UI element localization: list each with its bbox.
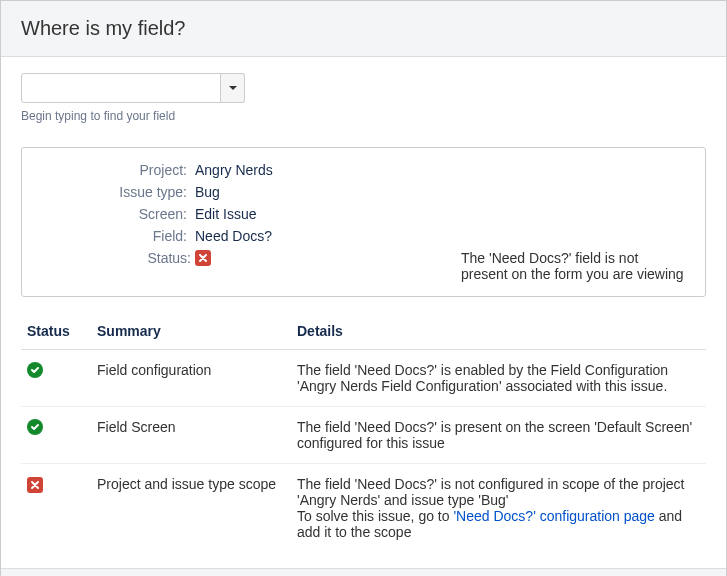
row-details: The field 'Need Docs?' is present on the… xyxy=(291,407,706,464)
dialog-footer: Close xyxy=(1,568,726,576)
field-search-hint: Begin typing to find your field xyxy=(21,109,706,123)
chevron-down-icon xyxy=(229,86,237,90)
screen-label: Screen: xyxy=(40,206,195,222)
table-row: Field Screen The field 'Need Docs?' is p… xyxy=(21,407,706,464)
table-row: Field configuration The field 'Need Docs… xyxy=(21,350,706,407)
info-row-screen: Screen: Edit Issue xyxy=(40,206,687,222)
diagnostics-table: Status Summary Details Field configurati… xyxy=(21,315,706,552)
error-icon xyxy=(27,477,43,493)
field-label: Field: xyxy=(40,228,195,244)
where-is-my-field-dialog: Where is my field? Begin typing to find … xyxy=(0,0,727,576)
field-value: Need Docs? xyxy=(195,228,272,244)
details-solve-pre: To solve this issue, go to xyxy=(297,508,453,524)
context-info-panel: Project: Angry Nerds Issue type: Bug Scr… xyxy=(21,147,706,297)
table-row: Project and issue type scope The field '… xyxy=(21,464,706,553)
row-details: The field 'Need Docs?' is enabled by the… xyxy=(291,350,706,407)
configuration-page-link[interactable]: 'Need Docs?' configuration page xyxy=(453,508,654,524)
dialog-title: Where is my field? xyxy=(21,17,706,40)
status-message: The 'Need Docs?' field is not present on… xyxy=(461,250,687,282)
status-label: Status: xyxy=(40,250,195,266)
row-details: The field 'Need Docs?' is not configured… xyxy=(291,464,706,553)
project-value: Angry Nerds xyxy=(195,162,273,178)
success-icon xyxy=(27,419,43,435)
field-dropdown-button[interactable] xyxy=(221,73,245,103)
col-header-status: Status xyxy=(21,315,91,350)
error-icon xyxy=(195,250,211,266)
success-icon xyxy=(27,362,43,378)
details-text: The field 'Need Docs?' is not configured… xyxy=(297,476,684,508)
field-search-input[interactable] xyxy=(21,73,221,103)
info-row-status: Status: The 'Need Docs?' field is not pr… xyxy=(40,250,687,282)
dialog-header: Where is my field? xyxy=(1,1,726,57)
col-header-details: Details xyxy=(291,315,706,350)
info-row-field: Field: Need Docs? xyxy=(40,228,687,244)
issuetype-label: Issue type: xyxy=(40,184,195,200)
row-summary: Field configuration xyxy=(91,350,291,407)
row-summary: Project and issue type scope xyxy=(91,464,291,553)
row-summary: Field Screen xyxy=(91,407,291,464)
info-row-issuetype: Issue type: Bug xyxy=(40,184,687,200)
dialog-body: Begin typing to find your field Project:… xyxy=(1,57,726,568)
info-row-project: Project: Angry Nerds xyxy=(40,162,687,178)
issuetype-value: Bug xyxy=(195,184,220,200)
field-selector xyxy=(21,73,706,103)
col-header-summary: Summary xyxy=(91,315,291,350)
screen-value: Edit Issue xyxy=(195,206,256,222)
project-label: Project: xyxy=(40,162,195,178)
